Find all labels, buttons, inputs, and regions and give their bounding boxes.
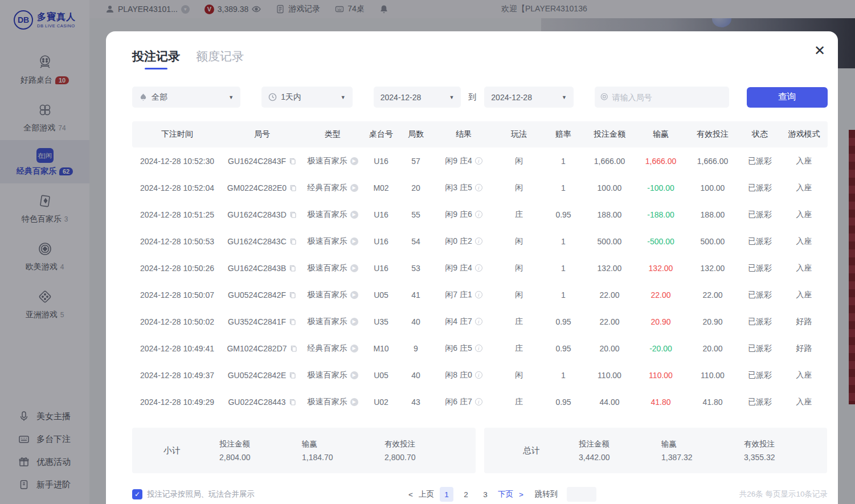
subtotal-valid-label: 有效投注 xyxy=(384,439,467,449)
copy-icon[interactable] xyxy=(290,345,297,352)
bet-amount: 1,666.00 xyxy=(583,157,636,166)
merge-option-label: 投注记录按照局、玩法合并展示 xyxy=(147,489,255,499)
tab-quota-records[interactable]: 额度记录 xyxy=(196,48,244,69)
bet-time: 2024-12-28 10:49:41 xyxy=(132,344,222,353)
info-icon[interactable]: i xyxy=(475,157,482,165)
round-id: GU1624C2843C xyxy=(227,237,287,246)
summary-section: 小计 投注金额 2,804.00 输赢 1,184.70 有效投注 2,800.… xyxy=(132,428,828,473)
game-type: 经典百家乐 xyxy=(308,343,347,354)
copy-icon[interactable] xyxy=(289,264,296,272)
play-icon[interactable]: ▶ xyxy=(350,237,358,245)
page-button[interactable]: 2 xyxy=(459,487,473,502)
copy-icon[interactable] xyxy=(289,398,296,405)
game-type-select[interactable]: 全部 ▼ xyxy=(132,87,240,108)
game-type-value: 全部 xyxy=(152,92,167,103)
round-id: GU0224C28443 xyxy=(228,398,285,407)
table-row: 2024-12-28 10:52:30 GU1624C2843F 极速百家乐 ▶… xyxy=(132,147,828,174)
table-row: 2024-12-28 10:50:02 GU3524C2841F 极速百家乐 ▶… xyxy=(132,308,828,335)
status-badge: 已派彩 xyxy=(739,397,780,407)
odds: 0.95 xyxy=(543,398,583,407)
copy-icon[interactable] xyxy=(289,237,297,245)
info-icon[interactable]: i xyxy=(475,318,482,325)
play-icon[interactable]: ▶ xyxy=(350,157,358,165)
date-to-picker[interactable]: 2024-12-28 ▼ xyxy=(484,87,574,108)
round-id: GU1624C2843F xyxy=(228,157,286,166)
odds: 1 xyxy=(543,290,583,300)
query-button[interactable]: 查询 xyxy=(747,87,828,108)
caret-down-icon: ▼ xyxy=(555,95,567,100)
game-mode: 入座 xyxy=(780,236,828,247)
prev-arrow-icon[interactable]: < xyxy=(408,490,413,499)
prev-page-button[interactable]: 上页 xyxy=(419,489,434,499)
play-side: 闲 xyxy=(494,290,543,300)
info-icon[interactable]: i xyxy=(475,264,482,272)
tab-bet-records[interactable]: 投注记录 xyxy=(132,48,180,69)
next-page-button[interactable]: 下页 xyxy=(498,489,513,499)
page-button[interactable]: 1 xyxy=(440,487,453,502)
status-badge: 已派彩 xyxy=(739,317,780,327)
copy-icon[interactable] xyxy=(289,291,296,298)
bet-time: 2024-12-28 10:50:02 xyxy=(132,317,222,326)
close-icon[interactable]: ✕ xyxy=(814,44,825,58)
copy-icon[interactable] xyxy=(289,211,297,218)
date-to-label: 到 xyxy=(468,92,476,103)
time-range-select[interactable]: 1天内 ▼ xyxy=(261,87,353,108)
valid-bet: 22.00 xyxy=(686,290,739,300)
copy-icon[interactable] xyxy=(289,318,296,325)
play-icon[interactable]: ▶ xyxy=(350,291,358,299)
round-number: 55 xyxy=(399,210,433,219)
bet-time: 2024-12-28 10:50:26 xyxy=(132,264,222,273)
play-icon[interactable]: ▶ xyxy=(350,184,358,192)
valid-bet: 1,666.00 xyxy=(686,157,739,166)
modal-tabs: 投注记录 额度记录 xyxy=(132,48,828,69)
play-icon[interactable]: ▶ xyxy=(350,398,358,406)
play-icon[interactable]: ▶ xyxy=(350,318,358,326)
date-from-picker[interactable]: 2024-12-28 ▼ xyxy=(374,87,461,108)
next-arrow-icon[interactable]: > xyxy=(519,490,523,499)
status-badge: 已派彩 xyxy=(739,263,780,273)
caret-down-icon: ▼ xyxy=(334,95,346,100)
result-value: 闲8 庄0 xyxy=(445,370,472,380)
info-icon[interactable]: i xyxy=(475,237,482,245)
table-header-cell: 玩法 xyxy=(494,129,543,140)
info-icon[interactable]: i xyxy=(475,371,482,379)
play-icon[interactable]: ▶ xyxy=(350,264,358,272)
game-type: 经典百家乐 xyxy=(308,183,347,193)
game-type: 极速百家乐 xyxy=(308,210,347,220)
odds: 0.95 xyxy=(543,210,583,219)
play-icon[interactable]: ▶ xyxy=(350,211,358,219)
result-value: 闲6 庄7 xyxy=(445,397,472,407)
info-icon[interactable]: i xyxy=(475,345,482,352)
info-icon[interactable]: i xyxy=(475,184,482,191)
info-icon[interactable]: i xyxy=(475,291,482,298)
result-value: 闲9 庄4 xyxy=(445,156,472,166)
win-loss: 132.00 xyxy=(636,264,686,273)
filter-bar: 全部 ▼ 1天内 ▼ 2024-12-28 ▼ 到 2024-12-28 ▼ 查… xyxy=(132,87,828,108)
bet-time: 2024-12-28 10:52:30 xyxy=(132,157,222,166)
bet-time: 2024-12-28 10:52:04 xyxy=(132,183,222,192)
table-header-cell: 局号 xyxy=(222,129,302,140)
table-header-cell: 结果 xyxy=(433,129,494,140)
copy-icon[interactable] xyxy=(289,371,296,379)
info-icon[interactable]: i xyxy=(475,211,482,218)
play-icon[interactable]: ▶ xyxy=(350,371,358,379)
round-id: GU0524C2842F xyxy=(228,290,286,300)
jump-page-input[interactable] xyxy=(567,487,596,502)
round-number: 41 xyxy=(399,290,433,300)
info-icon[interactable]: i xyxy=(475,398,482,405)
copy-icon[interactable] xyxy=(289,157,296,165)
pagination: < 上页 123 下页 > 跳转到 xyxy=(408,487,596,502)
page-button[interactable]: 3 xyxy=(478,487,492,502)
round-search-input[interactable] xyxy=(612,93,723,102)
win-loss: 22.00 xyxy=(636,290,686,300)
copy-icon[interactable] xyxy=(289,184,297,191)
total-label: 总计 xyxy=(523,445,579,456)
round-id: GM0224C282E0 xyxy=(227,183,287,192)
subtotal-winloss-value: 1,184.70 xyxy=(302,453,384,462)
play-icon[interactable]: ▶ xyxy=(350,345,358,353)
merge-checkbox[interactable]: ✓ xyxy=(132,489,142,499)
bet-amount: 110.00 xyxy=(583,371,636,380)
win-loss: 20.90 xyxy=(636,317,686,326)
round-id: GU1624C2843D xyxy=(227,210,287,219)
round-number: 54 xyxy=(399,237,433,246)
